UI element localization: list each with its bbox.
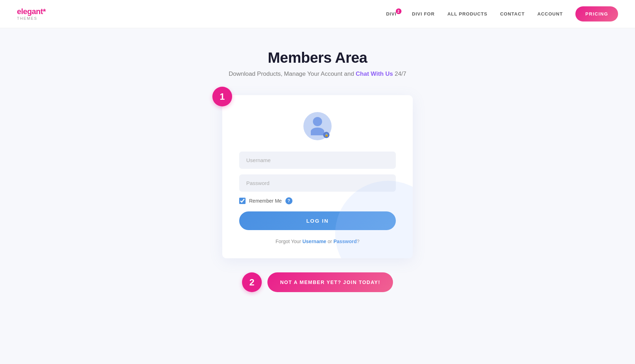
username-field [239,152,396,169]
step2-wrapper: 2 NOT A MEMBER YET? JOIN TODAY! [242,272,393,292]
step2-badge: 2 [242,272,262,292]
lock-icon: 🔒 [323,132,329,138]
login-card: 🔒 Remember Me ? LOG IN Forgot Your Usern… [222,95,413,258]
nav-item-contact[interactable]: CONTACT [500,11,525,17]
login-button[interactable]: LOG IN [239,211,396,230]
forgot-row: Forgot Your Username or Password? [276,239,359,244]
nav-item-divi[interactable]: DIVI 2 [386,11,396,17]
remember-label: Remember Me [249,198,282,204]
avatar-head [313,117,322,126]
help-icon[interactable]: ? [285,197,292,204]
nav-item-divi-for[interactable]: DIVI FOR [412,11,435,17]
avatar-person [311,117,324,135]
password-field [239,174,396,192]
main-nav: DIVI 2 DIVI FOR ALL PRODUCTS CONTACT ACC… [386,6,618,21]
user-avatar: 🔒 [303,112,332,140]
join-button[interactable]: NOT A MEMBER YET? JOIN TODAY! [267,272,393,292]
logo-name: elegant* [17,8,46,16]
forgot-password-link[interactable]: Password [333,239,357,244]
step1-badge: 1 [212,87,232,106]
logo[interactable]: elegant* themes [17,8,46,20]
page-title: Members Area [268,49,367,66]
remember-checkbox[interactable] [239,198,246,204]
username-input[interactable] [239,152,396,169]
chat-link[interactable]: Chat With Us [356,70,393,77]
nav-item-account[interactable]: ACCOUNT [537,11,563,17]
pricing-button[interactable]: PRICING [575,6,618,21]
page-subtitle: Download Products, Manage Your Account a… [229,70,406,78]
main-content: Members Area Download Products, Manage Y… [0,28,635,320]
divi-badge: 2 [396,8,401,14]
step1-wrapper: 1 🔒 Remember Me ? [222,95,413,258]
avatar-body [311,128,324,135]
password-input[interactable] [239,174,396,192]
logo-star: * [43,7,46,16]
nav-item-all-products[interactable]: ALL PRODUCTS [447,11,488,17]
forgot-username-link[interactable]: Username [302,239,326,244]
header: elegant* themes DIVI 2 DIVI FOR ALL PROD… [0,0,635,28]
remember-row: Remember Me ? [239,197,396,204]
logo-sub: themes [17,16,46,20]
